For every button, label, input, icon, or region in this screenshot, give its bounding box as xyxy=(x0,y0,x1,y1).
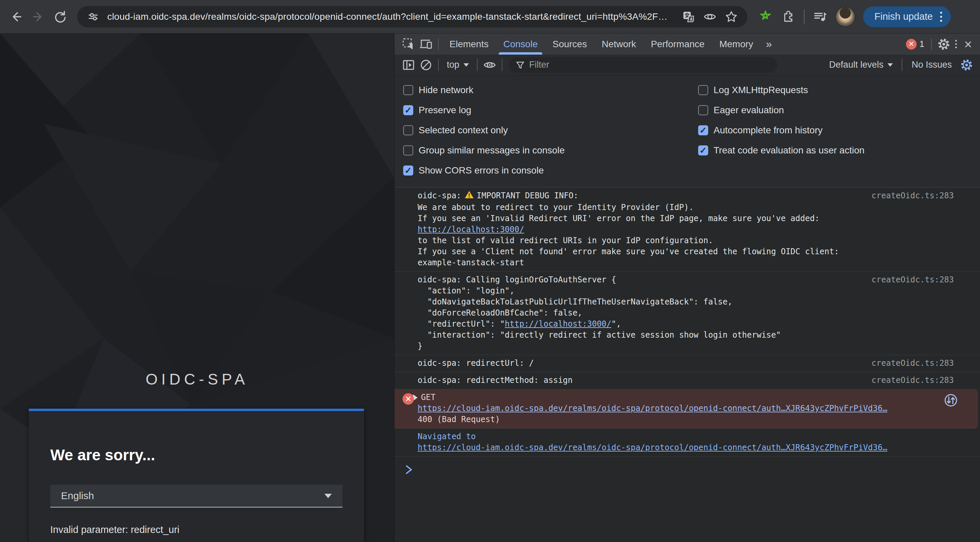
site-settings-icon[interactable] xyxy=(86,10,100,24)
extension-puzzle-icon[interactable] xyxy=(781,10,795,24)
open-in-network-icon[interactable] xyxy=(944,393,958,409)
divider xyxy=(502,59,503,71)
devtools-panel: Elements Console Sources Network Perform… xyxy=(394,33,980,542)
profile-avatar[interactable] xyxy=(835,7,855,27)
prompt-chevron-icon xyxy=(404,464,414,475)
console-prompt[interactable] xyxy=(395,456,980,475)
checkbox-icon[interactable] xyxy=(698,85,708,95)
browser-window: cloud-iam.oidc-spa.dev/realms/oidc-spa/p… xyxy=(0,0,980,542)
log-levels-value: Default levels xyxy=(829,60,883,70)
context-selector[interactable]: top xyxy=(442,60,474,70)
checkbox-show-cors-errors[interactable]: Show CORS errors in console xyxy=(403,161,698,181)
filter-input[interactable] xyxy=(529,60,771,70)
green-star-extension-icon[interactable] xyxy=(758,10,773,24)
chevron-down-icon xyxy=(463,63,469,67)
clear-console-icon[interactable] xyxy=(417,56,435,74)
console-settings-pane: Hide network Preserve log Selected conte… xyxy=(395,75,980,188)
divider xyxy=(931,38,932,50)
page-title: OIDC-SPA xyxy=(30,370,365,388)
divider xyxy=(477,59,477,71)
checkbox-preserve-log[interactable]: Preserve log xyxy=(403,100,698,120)
localhost-link[interactable]: http://localhost:3000/ xyxy=(418,225,524,234)
url-text[interactable]: cloud-iam.oidc-spa.dev/realms/oidc-spa/p… xyxy=(107,11,675,22)
tab-memory[interactable]: Memory xyxy=(712,33,760,55)
source-link[interactable]: createOidc.ts:283 xyxy=(872,358,954,369)
more-tabs-icon[interactable]: » xyxy=(760,38,777,50)
back-button[interactable] xyxy=(7,8,25,25)
issues-counter[interactable]: No Issues xyxy=(905,60,958,70)
console-sidebar-icon[interactable] xyxy=(400,56,417,74)
checkbox-icon[interactable] xyxy=(698,105,708,115)
checkbox-eager-evaluation[interactable]: Eager evaluation xyxy=(698,100,980,120)
finish-update-label: Finish update xyxy=(874,11,933,22)
device-toolbar-icon[interactable] xyxy=(417,35,435,53)
console-settings-gear-icon[interactable] xyxy=(958,56,975,74)
checkbox-log-xmlhttprequests[interactable]: Log XMLHttpRequests xyxy=(698,80,980,100)
error-count: 1 xyxy=(920,39,924,49)
browser-toolbar: cloud-iam.oidc-spa.dev/realms/oidc-spa/p… xyxy=(0,0,980,33)
checkbox-icon[interactable] xyxy=(403,125,413,135)
extensions-area: Finish update xyxy=(758,6,951,27)
context-value: top xyxy=(447,60,460,70)
checkbox-autocomplete-history[interactable]: Autocomplete from history xyxy=(698,120,980,140)
translate-icon[interactable] xyxy=(681,10,696,24)
checkbox-icon[interactable] xyxy=(403,105,413,115)
devtools-settings-gear-icon[interactable] xyxy=(935,35,953,53)
request-url-link[interactable]: https://cloud-iam.oidc-spa.dev/realms/oi… xyxy=(418,404,888,413)
tab-sources[interactable]: Sources xyxy=(545,33,594,55)
filter-funnel-icon xyxy=(515,60,525,70)
media-controls-icon[interactable] xyxy=(813,10,827,24)
tab-performance[interactable]: Performance xyxy=(643,33,712,55)
tab-elements[interactable]: Elements xyxy=(442,33,496,55)
divider xyxy=(438,59,439,71)
log-levels-selector[interactable]: Default levels xyxy=(824,60,898,70)
devtools-close-icon[interactable]: × xyxy=(959,38,977,51)
tab-network[interactable]: Network xyxy=(594,33,643,55)
address-bar[interactable]: cloud-iam.oidc-spa.dev/realms/oidc-spa/p… xyxy=(77,6,748,27)
error-card-title: We are sorry... xyxy=(50,446,342,464)
inspect-element-icon[interactable] xyxy=(400,35,417,53)
keycloak-error-page: OIDC-SPA We are sorry... English Invalid… xyxy=(0,33,394,542)
error-count-badge[interactable]: 1 xyxy=(902,39,928,49)
checkbox-icon[interactable] xyxy=(403,85,413,95)
chevron-down-icon xyxy=(888,63,893,67)
error-icon xyxy=(906,39,916,49)
source-link[interactable]: createOidc.ts:283 xyxy=(872,190,954,201)
toolbar-divider xyxy=(804,10,805,24)
preview-eye-icon[interactable] xyxy=(703,10,717,24)
finish-update-menu-icon[interactable] xyxy=(940,12,942,22)
checkbox-treat-code-eval[interactable]: Treat code evaluation as user action xyxy=(698,140,980,161)
console-toolbar: top Default levels No Issues xyxy=(395,55,980,75)
devtools-menu-icon[interactable] xyxy=(953,40,959,48)
tab-console[interactable]: Console xyxy=(496,33,545,55)
localhost-link[interactable]: http://localhost:3000/ xyxy=(505,319,611,329)
forward-button[interactable] xyxy=(30,8,47,25)
error-card: We are sorry... English Invalid paramete… xyxy=(29,408,364,542)
checkbox-icon[interactable] xyxy=(403,145,413,156)
console-filter[interactable] xyxy=(509,57,777,73)
reload-button[interactable] xyxy=(52,8,69,25)
live-expression-eye-icon[interactable] xyxy=(481,56,498,74)
checkbox-selected-context-only[interactable]: Selected context only xyxy=(403,120,698,140)
console-message-redirect-url: createOidc.ts:283 oidc-spa: redirectUrl:… xyxy=(395,355,980,372)
finish-update-button[interactable]: Finish update xyxy=(863,6,951,27)
chevron-down-icon xyxy=(325,494,332,498)
warning-icon xyxy=(465,190,474,202)
navigated-url-link[interactable]: https://cloud-iam.oidc-spa.dev/realms/oi… xyxy=(418,443,888,452)
checkbox-icon[interactable] xyxy=(403,165,413,175)
error-icon xyxy=(402,393,414,405)
source-link[interactable]: createOidc.ts:283 xyxy=(872,274,954,285)
console-message-login-call: createOidc.ts:283 oidc-spa: Calling logi… xyxy=(395,272,980,355)
checkbox-group-similar[interactable]: Group similar messages in console xyxy=(403,140,698,161)
checkbox-icon[interactable] xyxy=(698,125,708,135)
source-link[interactable]: createOidc.ts:283 xyxy=(872,375,954,386)
error-message: Invalid parameter: redirect_uri xyxy=(50,524,342,535)
checkbox-hide-network[interactable]: Hide network xyxy=(403,80,698,100)
divider xyxy=(902,59,902,71)
checkbox-icon[interactable] xyxy=(698,145,708,156)
language-select[interactable]: English xyxy=(50,485,342,507)
bookmark-star-icon[interactable] xyxy=(724,10,739,24)
devtools-tabbar: Elements Console Sources Network Perform… xyxy=(395,33,980,55)
console-error-400[interactable]: GET https://cloud-iam.oidc-spa.dev/realm… xyxy=(395,389,978,428)
console-messages: createOidc.ts:283 oidc-spa:IMPORTANT DEB… xyxy=(395,188,980,542)
